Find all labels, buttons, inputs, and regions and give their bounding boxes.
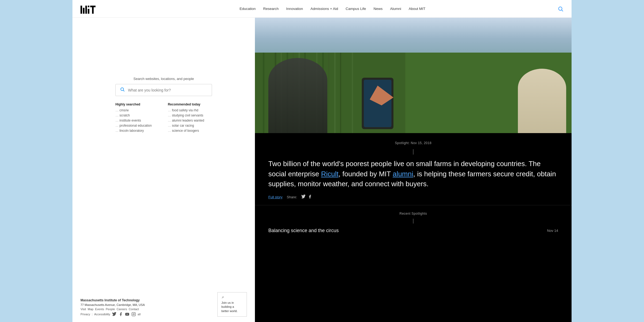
svg-rect-5 [90,6,96,7]
search-suggestions: Highly searched cms/w scratch institute … [115,103,212,134]
suggest-cms[interactable]: cms/w [115,108,152,112]
svg-point-7 [559,7,562,10]
left-background-panel [0,0,72,322]
right-background-panel [572,0,644,322]
recent-divider [413,219,414,224]
recent-spotlights: Recent Spotlights Balancing science and … [255,205,572,238]
footer-link-map[interactable]: Map [88,308,93,311]
svg-rect-6 [92,7,94,14]
svg-rect-4 [88,9,89,14]
footer-accessibility[interactable]: Accessibility [94,313,110,316]
suggest-alumni-leaders[interactable]: alumni leaders wanted [168,119,204,122]
person-left [268,58,327,133]
article-section: Spotlight: Nov 15, 2018 Two billion of t… [255,18,572,322]
footer-link-events[interactable]: Events [95,308,104,311]
full-story-link[interactable]: Full story [268,195,283,199]
svg-rect-2 [85,6,87,14]
svg-rect-0 [80,6,82,14]
article-body: Two billion of the world's poorest peopl… [268,159,558,189]
recent-item-date: Nov 14 [547,229,558,233]
suggest-institute-events[interactable]: institute events [115,119,152,122]
svg-line-8 [562,10,563,11]
main-nav: Education Research Innovation Admissions… [107,7,558,11]
svg-line-10 [123,90,124,91]
article-actions: Full story Share: [268,195,558,200]
highly-searched-col: Highly searched cms/w scratch institute … [115,103,152,134]
alumni-link[interactable]: alumni [393,170,413,178]
article-content: Spotlight: Nov 15, 2018 Two billion of t… [255,133,572,205]
footer-privacy[interactable]: Privacy [80,313,90,316]
recent-label: Recent Spotlights [268,212,558,215]
nav-news[interactable]: News [374,7,383,11]
spotlight-label: Spotlight: Nov 15, 2018 [268,141,558,145]
search-input[interactable] [128,88,207,92]
body-split: Search websites, locations, and people H… [72,18,572,322]
site-footer: Massachusetts Institute of Technology 77… [72,293,255,322]
suggest-solar-car[interactable]: solar car racing [168,124,204,127]
article-divider [413,149,414,155]
mit-logo[interactable] [80,4,97,14]
footer-all[interactable]: all [138,313,141,316]
hero-sky [255,18,572,53]
footer-link-people[interactable]: People [106,308,115,311]
instagram-icon[interactable] [131,312,136,317]
suggest-scratch[interactable]: scratch [115,114,152,117]
youtube-icon[interactable] [125,312,130,317]
svg-point-9 [121,88,124,91]
search-label: Search websites, locations, and people [133,77,194,81]
recommended-col: Recommended today food safety via rhd st… [168,103,204,134]
twitter-share-icon[interactable] [301,195,306,200]
nav-admissions[interactable]: Admissions + Aid [310,7,338,11]
site-header: Education Research Innovation Admissions… [72,0,572,18]
svg-rect-3 [88,6,89,7]
svg-point-13 [134,313,135,313]
suggest-lincoln-lab[interactable]: lincoln laboratory [115,129,152,133]
header-search-icon[interactable] [558,6,564,12]
nav-about[interactable]: About MIT [409,7,425,11]
svg-rect-11 [132,312,135,316]
facebook-share-icon[interactable] [308,195,312,200]
twitter-icon[interactable] [112,312,117,317]
nav-innovation[interactable]: Innovation [286,7,303,11]
highly-searched-title: Highly searched [115,103,152,106]
join-box-arrow: ↗ [221,296,224,299]
join-box[interactable]: ↗ Join us in building a better world. [217,292,247,317]
suggest-science-boogers[interactable]: science of boogers [168,129,204,133]
suggest-food-safety[interactable]: food safety via rhd [168,108,204,112]
nav-campus-life[interactable]: Campus Life [346,7,366,11]
person-right [518,69,566,133]
ricult-link[interactable]: Ricult [321,170,339,178]
recent-item[interactable]: Balancing science and the circus Nov 14 [268,228,558,233]
hero-field [255,53,572,133]
recommended-title: Recommended today [168,103,204,106]
svg-rect-1 [83,8,85,14]
search-section: Search websites, locations, and people H… [72,18,255,322]
footer-link-contact[interactable]: Contact [129,308,139,311]
svg-point-12 [133,313,134,315]
hero-image [255,18,572,133]
nav-alumni[interactable]: Alumni [390,7,401,11]
share-icons [301,195,312,200]
search-bar-icon [120,87,125,93]
article-text-part2: , founded by MIT [339,170,393,178]
search-container: Search websites, locations, and people H… [72,18,255,139]
main-content: Education Research Innovation Admissions… [72,0,572,322]
nav-education[interactable]: Education [240,7,256,11]
recent-item-text: Balancing science and the circus [268,228,339,233]
logo-area[interactable] [80,4,97,14]
suggest-professional-education[interactable]: professional education [115,124,152,127]
footer-link-careers[interactable]: Careers [116,308,127,311]
share-label: Share: [287,195,297,199]
search-bar[interactable] [115,84,212,96]
nav-research[interactable]: Research [263,7,279,11]
facebook-icon[interactable] [118,312,123,317]
join-box-text: Join us in building a better world. [221,301,243,313]
suggest-civil-servants[interactable]: studying civil servants [168,114,204,117]
footer-link-visit[interactable]: Visit [80,308,86,311]
